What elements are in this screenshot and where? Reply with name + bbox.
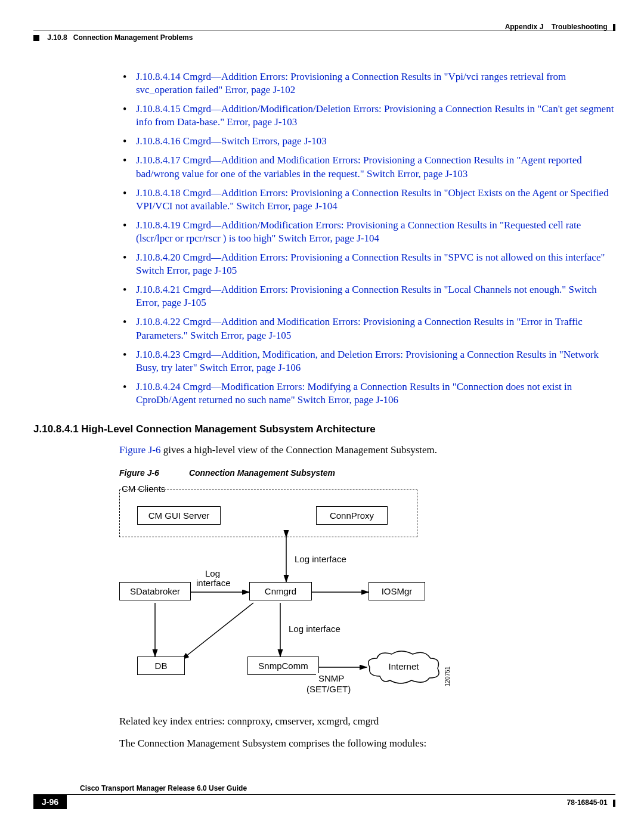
modules-intro-paragraph: The Connection Management Subsystem comp… <box>119 737 615 751</box>
internet-label: Internet <box>365 661 442 671</box>
footer-part-number: 78-16845-01 <box>567 798 615 807</box>
section-number: J.10.8 <box>47 33 67 42</box>
appendix-title: Troubleshooting <box>552 23 608 31</box>
xref-link[interactable]: J.10.8.4.19 Cmgrd—Addition/Modification … <box>136 219 581 244</box>
list-item: J.10.8.4.24 Cmgrd—Modification Errors: M… <box>119 380 615 407</box>
log-interface-label-top: Log interface <box>292 554 349 564</box>
subsection-heading: J.10.8.4.1 High-Level Connection Managem… <box>33 423 615 435</box>
sdatabroker-box: SDatabroker <box>119 582 191 600</box>
figure-xref[interactable]: Figure J-6 <box>119 444 160 456</box>
snmpcomm-box: SnmpComm <box>247 657 319 675</box>
snmp-label: SNMP <box>316 673 346 683</box>
figure-diagram: CM Clients CM GUI Server ConnProxy Log i… <box>119 484 453 704</box>
running-header-left: J.10.8 Connection Management Problems <box>33 33 193 42</box>
xref-link[interactable]: J.10.8.4.15 Cmgrd—Addition/Modification/… <box>136 103 614 128</box>
page-number: J-96 <box>33 795 67 809</box>
list-item: J.10.8.4.16 Cmgrd—Switch Errors, page J-… <box>119 135 615 148</box>
footer-guide-title: Cisco Transport Manager Release 6.0 User… <box>80 784 247 792</box>
intro-paragraph: Figure J-6 gives a high-level view of th… <box>119 444 615 457</box>
intro-text: gives a high-level view of the Connectio… <box>160 444 437 456</box>
section-title: Connection Management Problems <box>73 33 193 42</box>
running-header-right: Appendix J Troubleshooting <box>505 23 615 31</box>
log-interface-label-bottom: Log interface <box>286 624 343 634</box>
xref-link[interactable]: J.10.8.4.20 Cmgrd—Addition Errors: Provi… <box>136 252 605 276</box>
part-number-text: 78-16845-01 <box>567 798 608 807</box>
xref-link[interactable]: J.10.8.4.14 Cmgrd—Addition Errors: Provi… <box>136 71 566 95</box>
footer-bar-icon <box>613 800 615 807</box>
xref-link[interactable]: J.10.8.4.18 Cmgrd—Addition Errors: Provi… <box>136 187 609 212</box>
list-item: J.10.8.4.23 Cmgrd—Addition, Modification… <box>119 348 615 374</box>
xref-link[interactable]: J.10.8.4.21 Cmgrd—Addition Errors: Provi… <box>136 284 597 308</box>
figure-title: Connection Management Subsystem <box>189 468 335 478</box>
iosmgr-box: IOSMgr <box>369 582 425 600</box>
header-bar-icon <box>613 24 615 31</box>
connproxy-box: ConnProxy <box>316 506 388 525</box>
cm-gui-server-box: CM GUI Server <box>137 506 221 525</box>
list-item: J.10.8.4.19 Cmgrd—Addition/Modification … <box>119 219 615 245</box>
appendix-label: Appendix J <box>505 23 544 31</box>
figure-number: Figure J-6 <box>119 468 159 478</box>
header-square-icon <box>33 35 39 41</box>
list-item: J.10.8.4.15 Cmgrd—Addition/Modification/… <box>119 103 615 129</box>
setget-label: (SET/GET) <box>304 684 353 694</box>
log-label: Log <box>203 568 222 578</box>
interface-label: interface <box>194 578 233 588</box>
list-item: J.10.8.4.21 Cmgrd—Addition Errors: Provi… <box>119 283 615 309</box>
figure-caption: Figure J-6Connection Management Subsyste… <box>119 468 615 478</box>
xref-link[interactable]: J.10.8.4.17 Cmgrd—Addition and Modificat… <box>136 154 582 179</box>
footer-rule <box>33 794 615 795</box>
xref-link[interactable]: J.10.8.4.23 Cmgrd—Addition, Modification… <box>136 349 599 373</box>
related-entries-paragraph: Related key index entries: connproxy, cm… <box>119 715 615 729</box>
list-item: J.10.8.4.20 Cmgrd—Addition Errors: Provi… <box>119 251 615 277</box>
figure-id-number: 120751 <box>444 667 451 686</box>
svg-line-5 <box>182 603 253 659</box>
page-content: J.10.8.4.14 Cmgrd—Addition Errors: Provi… <box>119 70 615 759</box>
xref-link[interactable]: J.10.8.4.22 Cmgrd—Addition and Modificat… <box>136 316 583 340</box>
list-item: J.10.8.4.18 Cmgrd—Addition Errors: Provi… <box>119 187 615 213</box>
list-item: J.10.8.4.14 Cmgrd—Addition Errors: Provi… <box>119 70 615 97</box>
list-item: J.10.8.4.22 Cmgrd—Addition and Modificat… <box>119 315 615 342</box>
xref-link[interactable]: J.10.8.4.24 Cmgrd—Modification Errors: M… <box>136 381 572 405</box>
list-item: J.10.8.4.17 Cmgrd—Addition and Modificat… <box>119 154 615 180</box>
internet-cloud: Internet <box>365 649 442 685</box>
bullet-list: J.10.8.4.14 Cmgrd—Addition Errors: Provi… <box>119 70 615 407</box>
cnmgrd-box: Cnmgrd <box>249 582 312 600</box>
xref-link[interactable]: J.10.8.4.16 Cmgrd—Switch Errors, page J-… <box>136 135 327 147</box>
db-box: DB <box>137 657 185 675</box>
